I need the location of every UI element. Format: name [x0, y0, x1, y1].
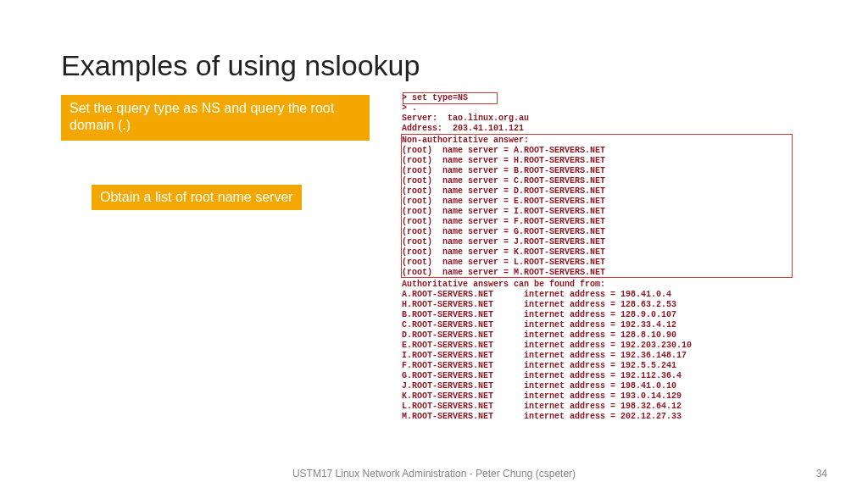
term-addr-line: G.ROOT-SERVERS.NET internet address = 19…: [402, 371, 798, 381]
slide-footer: USTM17 Linux Network Administration - Pe…: [0, 468, 868, 480]
term-root-line: (root) name server = E.ROOT-SERVERS.NET: [402, 197, 798, 207]
term-root-line: (root) name server = K.ROOT-SERVERS.NET: [402, 247, 798, 258]
term-root-line: (root) name server = J.ROOT-SERVERS.NET: [402, 237, 798, 247]
term-addr-line: C.ROOT-SERVERS.NET internet address = 19…: [402, 320, 798, 330]
term-addr-line: B.ROOT-SERVERS.NET internet address = 12…: [402, 310, 798, 320]
term-root-line: (root) name server = G.ROOT-SERVERS.NET: [402, 227, 798, 237]
term-addr-line: H.ROOT-SERVERS.NET internet address = 12…: [402, 300, 798, 310]
term-auth-header: Authoritative answers can be found from:: [402, 280, 798, 290]
slide-title: Examples of using nslookup: [61, 49, 420, 82]
term-root-line: (root) name server = L.ROOT-SERVERS.NET: [402, 258, 798, 268]
term-addr-line: F.ROOT-SERVERS.NET internet address = 19…: [402, 361, 798, 371]
term-addr-line: L.ROOT-SERVERS.NET internet address = 19…: [402, 402, 798, 412]
term-server: Server: tao.linux.org.au: [402, 114, 798, 124]
term-root-line: (root) name server = D.ROOT-SERVERS.NET: [402, 186, 798, 197]
term-root-line: (root) name server = C.ROOT-SERVERS.NET: [402, 176, 798, 186]
term-addr-line: E.ROOT-SERVERS.NET internet address = 19…: [402, 341, 798, 351]
term-addr-line: I.ROOT-SERVERS.NET internet address = 19…: [402, 351, 798, 361]
term-cmd-query: > .: [402, 103, 798, 114]
term-root-line: (root) name server = H.ROOT-SERVERS.NET: [402, 156, 798, 166]
term-addr-line: J.ROOT-SERVERS.NET internet address = 19…: [402, 381, 798, 391]
term-address: Address: 203.41.101.121: [402, 124, 798, 134]
term-root-line: (root) name server = B.ROOT-SERVERS.NET: [402, 166, 798, 176]
term-addr-line: K.ROOT-SERVERS.NET internet address = 19…: [402, 391, 798, 402]
term-addr-line: A.ROOT-SERVERS.NET internet address = 19…: [402, 290, 798, 300]
term-root-line: (root) name server = M.ROOT-SERVERS.NET: [402, 268, 798, 278]
term-root-line: (root) name server = A.ROOT-SERVERS.NET: [402, 146, 798, 156]
term-root-line: (root) name server = I.ROOT-SERVERS.NET: [402, 207, 798, 217]
term-root-line: (root) name server = F.ROOT-SERVERS.NET: [402, 217, 798, 227]
nslookup-terminal-output: > set type=NS > . Server: tao.linux.org.…: [402, 93, 798, 422]
callout-set-query-type: Set the query type as NS and query the r…: [61, 95, 370, 141]
term-addr-line: M.ROOT-SERVERS.NET internet address = 20…: [402, 412, 798, 422]
callout-obtain-list: Obtain a list of root name server: [92, 185, 302, 210]
term-cmd-set: > set type=NS: [402, 93, 798, 103]
term-addr-line: D.ROOT-SERVERS.NET internet address = 12…: [402, 330, 798, 341]
page-number: 34: [816, 468, 827, 480]
term-nonauth-header: Non-authoritative answer:: [402, 136, 798, 146]
